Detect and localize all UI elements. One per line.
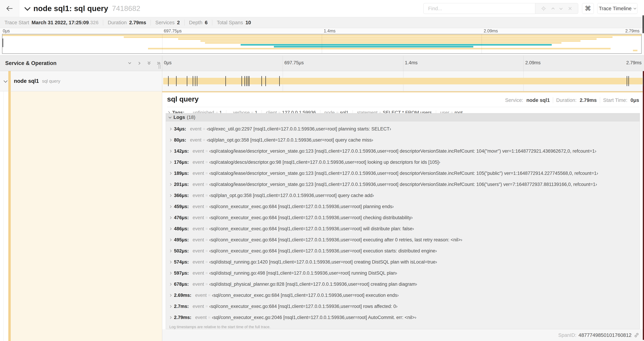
duration-label: Duration: [556,97,577,103]
next-match-icon[interactable] [559,7,562,10]
log-entry[interactable]: 176μs:event=‹sql/catalog/descs/descripto… [169,157,640,168]
chevron-right-icon [169,183,172,186]
back-button[interactable] [0,0,19,17]
log-entry[interactable]: 459μs:event=‹sql/conn_executor_exec.go:6… [169,201,640,212]
keyboard-shortcuts-button[interactable]: ⌘ [582,3,594,14]
log-field-value: ‹sql/conn_executor_exec.go:684 [nsql1,cl… [209,204,394,209]
scrollbar-thumb[interactable] [643,71,644,340]
header-bar: node sql1: sql query 7418682 ⌘ Trace Tim… [0,0,644,17]
chevron-down-icon[interactable] [24,5,30,11]
gridline [482,34,482,53]
chevron-right-icon [169,161,172,164]
chevron-right-icon [169,227,172,230]
log-entry[interactable]: 34μs:event=‹sql/exec_util.go:2297 [nsql1… [169,123,640,134]
log-entry[interactable]: 495μs:event=‹sql/conn_executor_exec.go:6… [169,234,640,245]
trace-info-value: March 31 2022, 17:25:09 [32,20,89,26]
log-field-value: ‹sql/conn_executor_exec.go:684 [nsql1,cl… [209,226,414,231]
divider [600,97,600,103]
span-id-value: 4877749850101760812 [578,332,632,338]
trace-info-label: Trace Start [4,20,29,26]
locate-icon[interactable] [541,6,546,11]
log-entry[interactable]: 486μs:event=‹sql/conn_executor_exec.go:6… [169,223,640,234]
log-field-key: event [193,237,204,243]
minimap-span-bar [200,40,581,42]
log-entry[interactable]: 678μs:event=‹sql/distsql_physical_planne… [169,279,640,290]
minimap-span-bar [148,48,610,49]
log-equals: = [204,271,209,275]
log-entry[interactable]: 2.7ms:event=‹sql/conn_executor_exec.go:6… [169,301,640,312]
log-field-key: event [193,248,204,254]
collapse-one-icon[interactable] [127,61,132,66]
log-field-key: event [193,149,204,154]
log-field-value: ‹sql/distsql_physical_planner.go:828 [ns… [209,281,417,287]
log-entry[interactable]: 80μs:event=‹sql/plan_opt.go:358 [nsql1,c… [169,134,640,146]
column-resizer[interactable] [158,64,161,69]
log-timestamp: 142μs: [174,149,189,154]
log-field-value: ‹sql/catalog/lease/descriptor_version_st… [209,171,598,176]
log-timestamp: 2.7ms: [174,304,189,309]
log-field-value: ‹sql/distsql_running.go:498 [nsql1,clien… [209,270,397,276]
log-entry[interactable]: 2.69ms:event=‹sql/conn_executor_exec.go:… [169,290,640,301]
time-tick-label: 0μs [164,60,172,66]
span-duration-bar[interactable] [163,78,642,84]
time-tick-label: 697.75μs [164,29,182,34]
log-entry[interactable]: 2.79ms:event=‹sql/conn_executor_exec.go:… [169,312,640,323]
collapse-all-icon[interactable] [146,61,152,66]
row-collapse-icon[interactable] [4,79,8,83]
log-timestamp: 495μs: [174,237,189,243]
log-marker [193,76,193,86]
service-value: node sql1 [526,97,550,103]
log-entry[interactable]: 366μs:event=‹sql/plan_opt.go:358 [nsql1,… [169,190,640,201]
span-row[interactable]: node sql1 sql query [0,71,644,91]
log-entry[interactable]: 142μs:event=‹sql/catalog/lease/descripto… [169,146,640,157]
expand-one-icon[interactable] [136,61,142,66]
log-entry[interactable]: 597μs:event=‹sql/distsql_running.go:498 … [169,267,640,279]
log-field-key: event [193,182,204,187]
log-entry[interactable]: 574μs:event=‹sql/distsql_running.go:1420… [169,256,640,267]
minimap-span-bar [274,46,473,48]
logs-count: (18) [187,115,196,120]
log-marker [628,76,629,86]
prev-match-icon[interactable] [552,8,554,11]
log-entry[interactable]: 201μs:event=‹sql/catalog/lease/descripto… [169,179,640,190]
link-icon[interactable] [634,332,640,338]
log-entry[interactable]: 476μs:event=‹sql/conn_executor_exec.go:6… [169,212,640,223]
log-marker [262,76,262,86]
span-row-labels[interactable]: node sql1 sql query [14,71,60,91]
log-field-key: event [193,193,204,198]
log-field-key: event [193,259,204,265]
column-divider[interactable] [162,56,162,341]
trace-info-value: 2.79ms [129,20,146,26]
log-field-key: event [195,293,207,298]
time-tick-label: 697.75μs [284,60,304,66]
log-marker [187,76,187,86]
chevron-down-icon [168,115,172,118]
timeline-ruler: 0μs697.75μs1.4ms2.09ms2.79ms [162,56,644,71]
log-field-key: event [193,304,204,309]
trace-info-item: Services2 [150,20,184,26]
trace-info-item: Trace StartMarch 31 2022, 17:25:09.326 [4,20,103,26]
log-field-value: ‹sql/conn_executor_exec.go:684 [nsql1,cl… [209,304,398,309]
log-entry[interactable]: 189μs:event=‹sql/catalog/lease/descripto… [169,168,640,179]
chevron-right-icon [169,249,172,252]
trace-minimap: 0μs697.75μs1.4ms2.09ms2.79ms [0,28,644,56]
log-marker [266,76,266,86]
log-timestamp: 80μs: [174,137,186,143]
trace-info-suffix: .326 [89,20,98,26]
view-selector-dropdown[interactable]: Trace Timeline [597,3,638,14]
span-color-bar [8,91,11,341]
log-marker [176,76,176,86]
chevron-right-icon [169,294,172,297]
chevron-right-icon [169,194,172,197]
log-timestamp: 201μs: [174,182,189,187]
find-input[interactable] [424,3,535,14]
log-marker [244,76,245,86]
logs-title: Logs [174,115,185,120]
scrollbar-thumb[interactable] [642,15,644,33]
minimap-scrub-handle[interactable] [2,39,3,47]
clear-search-icon[interactable] [568,6,572,11]
log-equals: = [204,304,209,309]
minimap-canvas[interactable] [2,34,642,54]
log-entry[interactable]: 502μs:event=‹sql/conn_executor_exec.go:6… [169,245,640,256]
logs-header[interactable]: Logs (18) [166,113,640,121]
